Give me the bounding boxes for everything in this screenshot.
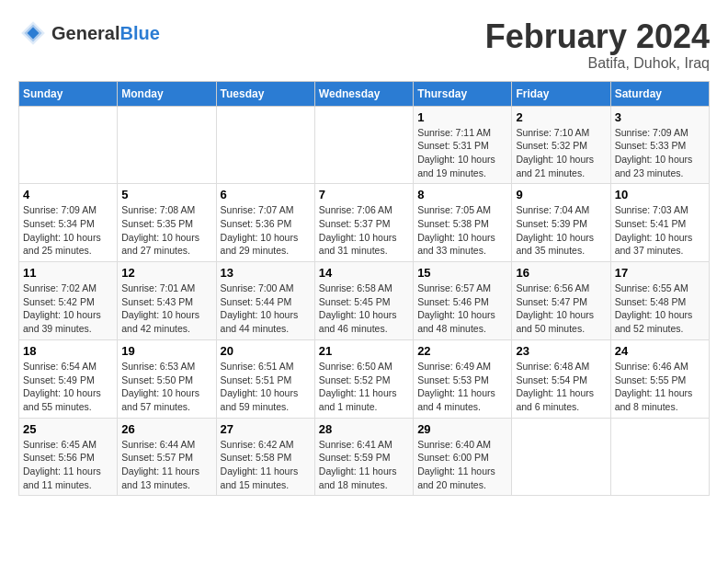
calendar-subtitle: Batifa, Duhok, Iraq xyxy=(485,55,710,72)
day-number: 24 xyxy=(615,344,705,358)
cell-w2-d6: 9Sunrise: 7:04 AMSunset: 5:39 PMDaylight… xyxy=(512,184,610,262)
day-number: 7 xyxy=(319,188,409,201)
day-number: 13 xyxy=(221,266,311,280)
cell-w2-d2: 5Sunrise: 7:08 AMSunset: 5:35 PMDaylight… xyxy=(118,184,216,262)
day-number: 18 xyxy=(23,344,113,358)
col-friday: Friday xyxy=(512,81,610,106)
cell-w1-d4 xyxy=(314,106,413,184)
day-number: 20 xyxy=(221,344,311,358)
cell-w4-d5: 22Sunrise: 6:49 AMSunset: 5:53 PMDayligh… xyxy=(414,339,512,418)
week-row-5: 25Sunrise: 6:45 AMSunset: 5:56 PMDayligh… xyxy=(19,418,710,496)
calendar-body: 1Sunrise: 7:11 AMSunset: 5:31 PMDaylight… xyxy=(19,106,710,496)
day-info: Sunrise: 7:00 AMSunset: 5:44 PMDaylight:… xyxy=(221,282,311,336)
cell-w2-d1: 4Sunrise: 7:09 AMSunset: 5:34 PMDaylight… xyxy=(19,184,118,262)
col-sunday: Sunday xyxy=(19,81,118,106)
day-number: 15 xyxy=(417,266,507,280)
cell-w2-d7: 10Sunrise: 7:03 AMSunset: 5:41 PMDayligh… xyxy=(610,184,709,262)
cell-w1-d7: 3Sunrise: 7:09 AMSunset: 5:33 PMDaylight… xyxy=(610,106,709,184)
cell-w5-d4: 28Sunrise: 6:41 AMSunset: 5:59 PMDayligh… xyxy=(314,418,413,496)
week-row-2: 4Sunrise: 7:09 AMSunset: 5:34 PMDaylight… xyxy=(19,184,710,262)
cell-w1-d5: 1Sunrise: 7:11 AMSunset: 5:31 PMDaylight… xyxy=(414,106,512,184)
week-row-3: 11Sunrise: 7:02 AMSunset: 5:42 PMDayligh… xyxy=(19,262,710,340)
day-info: Sunrise: 6:41 AMSunset: 5:59 PMDaylight:… xyxy=(319,438,409,492)
day-number: 14 xyxy=(319,266,409,280)
day-info: Sunrise: 6:51 AMSunset: 5:51 PMDaylight:… xyxy=(221,360,311,414)
day-info: Sunrise: 7:09 AMSunset: 5:33 PMDaylight:… xyxy=(615,126,705,180)
logo-text: GeneralBlue xyxy=(51,23,160,44)
day-info: Sunrise: 6:45 AMSunset: 5:56 PMDaylight:… xyxy=(23,438,113,492)
day-number: 17 xyxy=(615,266,705,280)
calendar-table: Sunday Monday Tuesday Wednesday Thursday… xyxy=(18,81,710,497)
cell-w4-d1: 18Sunrise: 6:54 AMSunset: 5:49 PMDayligh… xyxy=(19,339,118,418)
day-info: Sunrise: 6:40 AMSunset: 6:00 PMDaylight:… xyxy=(417,438,507,492)
day-number: 26 xyxy=(121,422,211,436)
day-info: Sunrise: 7:01 AMSunset: 5:43 PMDaylight:… xyxy=(121,282,211,336)
col-thursday: Thursday xyxy=(414,81,512,106)
day-number: 27 xyxy=(221,422,311,436)
cell-w5-d2: 26Sunrise: 6:44 AMSunset: 5:57 PMDayligh… xyxy=(118,418,216,496)
cell-w3-d3: 13Sunrise: 7:00 AMSunset: 5:44 PMDayligh… xyxy=(216,262,314,340)
day-info: Sunrise: 6:57 AMSunset: 5:46 PMDaylight:… xyxy=(417,282,507,336)
calendar-header: Sunday Monday Tuesday Wednesday Thursday… xyxy=(19,81,710,106)
cell-w1-d1 xyxy=(19,106,118,184)
cell-w5-d7 xyxy=(610,418,709,496)
cell-w2-d4: 7Sunrise: 7:06 AMSunset: 5:37 PMDaylight… xyxy=(314,184,413,262)
day-number: 16 xyxy=(516,266,606,280)
cell-w4-d3: 20Sunrise: 6:51 AMSunset: 5:51 PMDayligh… xyxy=(216,339,314,418)
cell-w5-d6 xyxy=(512,418,610,496)
cell-w4-d7: 24Sunrise: 6:46 AMSunset: 5:55 PMDayligh… xyxy=(610,339,709,418)
day-number: 28 xyxy=(319,422,409,436)
day-number: 12 xyxy=(121,266,211,280)
day-info: Sunrise: 6:48 AMSunset: 5:54 PMDaylight:… xyxy=(516,360,606,414)
cell-w1-d2 xyxy=(118,106,216,184)
day-info: Sunrise: 6:50 AMSunset: 5:52 PMDaylight:… xyxy=(319,360,409,414)
cell-w3-d6: 16Sunrise: 6:56 AMSunset: 5:47 PMDayligh… xyxy=(512,262,610,340)
day-number: 4 xyxy=(23,188,113,201)
day-info: Sunrise: 7:02 AMSunset: 5:42 PMDaylight:… xyxy=(23,282,113,336)
day-number: 23 xyxy=(516,344,606,358)
day-info: Sunrise: 7:11 AMSunset: 5:31 PMDaylight:… xyxy=(417,126,507,180)
cell-w4-d6: 23Sunrise: 6:48 AMSunset: 5:54 PMDayligh… xyxy=(512,339,610,418)
week-row-1: 1Sunrise: 7:11 AMSunset: 5:31 PMDaylight… xyxy=(19,106,710,184)
day-info: Sunrise: 6:42 AMSunset: 5:58 PMDaylight:… xyxy=(221,438,311,492)
day-number: 25 xyxy=(23,422,113,436)
day-number: 8 xyxy=(417,188,507,201)
cell-w4-d4: 21Sunrise: 6:50 AMSunset: 5:52 PMDayligh… xyxy=(314,339,413,418)
day-number: 9 xyxy=(516,188,606,201)
calendar-title: February 2024 xyxy=(485,18,710,55)
day-info: Sunrise: 6:54 AMSunset: 5:49 PMDaylight:… xyxy=(23,360,113,414)
day-info: Sunrise: 6:46 AMSunset: 5:55 PMDaylight:… xyxy=(615,360,705,414)
header-row: Sunday Monday Tuesday Wednesday Thursday… xyxy=(19,81,710,106)
col-tuesday: Tuesday xyxy=(216,81,314,106)
day-number: 11 xyxy=(23,266,113,280)
day-number: 5 xyxy=(121,188,211,201)
col-saturday: Saturday xyxy=(610,81,709,106)
logo-icon xyxy=(18,18,48,48)
day-info: Sunrise: 6:44 AMSunset: 5:57 PMDaylight:… xyxy=(121,438,211,492)
cell-w4-d2: 19Sunrise: 6:53 AMSunset: 5:50 PMDayligh… xyxy=(118,339,216,418)
page-header: GeneralBlue February 2024 Batifa, Duhok,… xyxy=(18,18,710,72)
day-number: 22 xyxy=(417,344,507,358)
cell-w3-d4: 14Sunrise: 6:58 AMSunset: 5:45 PMDayligh… xyxy=(314,262,413,340)
day-number: 19 xyxy=(121,344,211,358)
cell-w3-d7: 17Sunrise: 6:55 AMSunset: 5:48 PMDayligh… xyxy=(610,262,709,340)
cell-w3-d1: 11Sunrise: 7:02 AMSunset: 5:42 PMDayligh… xyxy=(19,262,118,340)
col-monday: Monday xyxy=(118,81,216,106)
cell-w5-d5: 29Sunrise: 6:40 AMSunset: 6:00 PMDayligh… xyxy=(414,418,512,496)
cell-w2-d3: 6Sunrise: 7:07 AMSunset: 5:36 PMDaylight… xyxy=(216,184,314,262)
cell-w3-d5: 15Sunrise: 6:57 AMSunset: 5:46 PMDayligh… xyxy=(414,262,512,340)
day-info: Sunrise: 6:56 AMSunset: 5:47 PMDaylight:… xyxy=(516,282,606,336)
cell-w3-d2: 12Sunrise: 7:01 AMSunset: 5:43 PMDayligh… xyxy=(118,262,216,340)
cell-w1-d6: 2Sunrise: 7:10 AMSunset: 5:32 PMDaylight… xyxy=(512,106,610,184)
day-number: 2 xyxy=(516,110,606,124)
day-info: Sunrise: 7:05 AMSunset: 5:38 PMDaylight:… xyxy=(417,203,507,258)
title-block: February 2024 Batifa, Duhok, Iraq xyxy=(485,18,710,72)
cell-w5-d1: 25Sunrise: 6:45 AMSunset: 5:56 PMDayligh… xyxy=(19,418,118,496)
day-number: 10 xyxy=(615,188,705,201)
day-info: Sunrise: 6:58 AMSunset: 5:45 PMDaylight:… xyxy=(319,282,409,336)
day-number: 21 xyxy=(319,344,409,358)
cell-w2-d5: 8Sunrise: 7:05 AMSunset: 5:38 PMDaylight… xyxy=(414,184,512,262)
day-info: Sunrise: 7:10 AMSunset: 5:32 PMDaylight:… xyxy=(516,126,606,180)
day-number: 3 xyxy=(615,110,705,124)
day-info: Sunrise: 7:06 AMSunset: 5:37 PMDaylight:… xyxy=(319,203,409,258)
